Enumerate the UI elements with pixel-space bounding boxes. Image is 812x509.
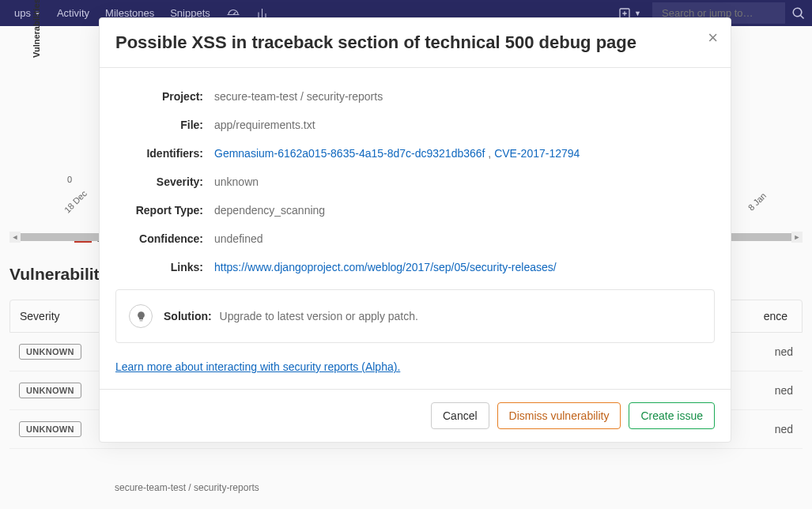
value-links: https://www.djangoproject.com/weblog/201… [214,261,715,273]
vulnerability-detail-modal: Possible XSS in traceback section of tec… [99,17,731,443]
label-links: Links: [115,261,214,273]
value-file: app/requirements.txt [214,119,715,131]
label-solution: Solution: [164,310,212,322]
solution-box: Solution: Upgrade to latest version or a… [115,289,715,343]
modal-title: Possible XSS in traceback section of tec… [115,32,715,53]
label-report-type: Report Type: [115,204,214,217]
value-solution: Upgrade to latest version or apply patch… [220,310,418,322]
identifier-separator: , [485,147,494,160]
reference-link[interactable]: https://www.djangoproject.com/weblog/201… [214,261,557,273]
value-identifiers: Gemnasium-6162a015-8635-4a15-8d7c-dc9321… [214,147,715,160]
close-icon[interactable]: × [708,29,718,47]
lightbulb-icon [129,304,153,328]
label-identifiers: Identifiers: [115,147,214,160]
value-confidence: undefined [214,232,715,245]
label-file: File: [115,119,214,131]
learn-more-link[interactable]: Learn more about interacting with securi… [115,360,715,373]
value-report-type: dependency_scanning [214,204,715,217]
modal-footer: Cancel Dismiss vulnerability Create issu… [100,389,731,442]
label-project: Project: [115,90,214,103]
label-severity: Severity: [115,175,214,188]
modal-header: Possible XSS in traceback section of tec… [100,18,731,68]
label-confidence: Confidence: [115,232,214,245]
dismiss-vulnerability-button[interactable]: Dismiss vulnerability [497,402,621,429]
identifier-link-1[interactable]: Gemnasium-6162a015-8635-4a15-8d7c-dc9321… [214,147,485,160]
cancel-button[interactable]: Cancel [431,402,489,429]
identifier-link-2[interactable]: CVE-2017-12794 [494,147,580,160]
modal-body: Project: secure-team-test / security-rep… [100,68,731,389]
value-severity: unknown [214,175,715,188]
create-issue-button[interactable]: Create issue [629,402,715,429]
value-project: secure-team-test / security-reports [214,90,715,103]
